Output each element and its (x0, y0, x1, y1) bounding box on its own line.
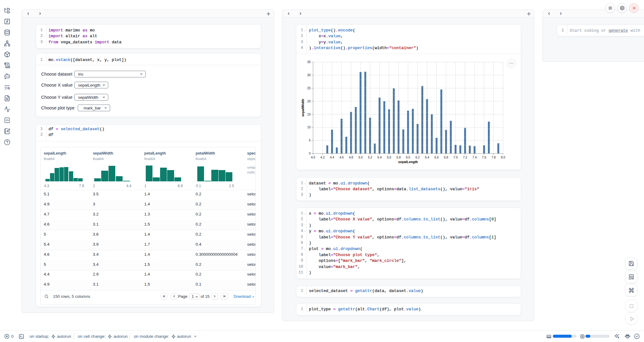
svg-text:20: 20 (307, 100, 311, 103)
svg-text:7.4: 7.4 (472, 156, 477, 159)
svg-text:6.2: 6.2 (415, 156, 420, 159)
svg-text:4.2: 4.2 (320, 156, 325, 159)
svg-text:0: 0 (309, 152, 311, 155)
svg-text:30: 30 (307, 73, 311, 77)
svg-text:15: 15 (307, 113, 311, 116)
svg-text:5.6: 5.6 (387, 156, 391, 159)
svg-text:7.0: 7.0 (453, 156, 458, 159)
svg-text:5.2: 5.2 (368, 156, 372, 159)
svg-text:6.8: 6.8 (444, 156, 448, 159)
svg-text:8.0: 8.0 (501, 156, 505, 159)
svg-text:6.0: 6.0 (406, 156, 410, 159)
svg-text:10: 10 (307, 126, 311, 129)
svg-text:35: 35 (307, 60, 311, 64)
svg-text:6.4: 6.4 (425, 156, 429, 159)
svg-text:4.6: 4.6 (339, 156, 344, 159)
svg-text:4.0: 4.0 (311, 156, 315, 159)
svg-text:5.8: 5.8 (396, 156, 401, 159)
svg-text:7.8: 7.8 (492, 156, 496, 159)
svg-text:sepalLength: sepalLength (398, 160, 418, 164)
svg-text:6.6: 6.6 (435, 156, 439, 159)
svg-text:5.4: 5.4 (377, 156, 382, 159)
svg-text:5.0: 5.0 (358, 156, 363, 159)
svg-text:7.6: 7.6 (482, 156, 486, 159)
svg-text:25: 25 (307, 87, 311, 90)
svg-text:4.8: 4.8 (349, 156, 353, 159)
svg-text:7.2: 7.2 (463, 156, 467, 159)
svg-text:sepalWidth: sepalWidth (301, 99, 305, 117)
svg-text:4.4: 4.4 (330, 156, 334, 159)
svg-text:5: 5 (309, 139, 311, 142)
